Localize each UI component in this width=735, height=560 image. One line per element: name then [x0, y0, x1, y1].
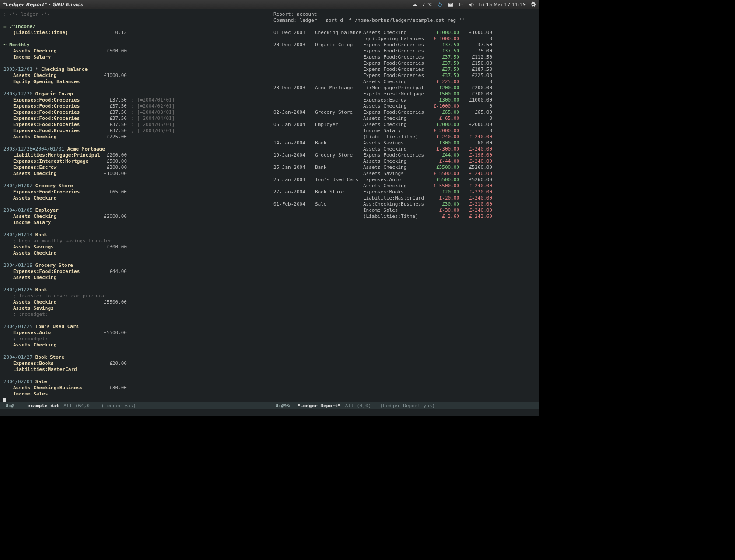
- posting: Income:Sales: [4, 391, 266, 397]
- report-row: 25-Jan-2004BankAssets:Checking£5500.00£5…: [273, 164, 536, 171]
- posting: Expenses:Food:Groceries£37.50; [=2004/06…: [4, 128, 266, 134]
- posting: Assets:Checking£5500.00: [4, 299, 266, 305]
- refresh-icon[interactable]: [437, 1, 443, 7]
- report-row: 02-Jan-2004Grocery StoreExpens:Food:Groc…: [273, 109, 536, 116]
- report-row: (Liabilities:Tithe)£-3.60£-243.60: [273, 214, 536, 220]
- report-row: 01-Dec-2003Checking balanceAssets:Checki…: [273, 30, 536, 36]
- posting: Assets:Checking-£225.00: [4, 134, 266, 140]
- weather-temp: 7 °C: [422, 2, 433, 7]
- posting: Expenses:Escrow£300.00: [4, 164, 266, 171]
- right-modeline: -U:@%%- *Ledger Report* All (4,0) (Ledge…: [270, 402, 539, 410]
- posting: Assets:Checking: [4, 250, 266, 256]
- posting: Expenses:Food:Groceries£37.50; [=2004/01…: [4, 97, 266, 103]
- posting: Assets:Checking£2000.00: [4, 214, 266, 220]
- ledger-report-buffer[interactable]: Report: accountCommand: ledger --sort d …: [270, 9, 539, 402]
- report-row: Assets:Checking£-65.000: [273, 116, 536, 122]
- report-row: Expens:Food:Groceries£37.50£75.00: [273, 48, 536, 54]
- report-row: 14-Jan-2004BankAssets:Savings£300.00£60.…: [273, 140, 536, 146]
- report-row: 20-Dec-2003Organic Co-opExpens:Food:Groc…: [273, 42, 536, 48]
- report-row: Expens:Food:Groceries£37.50£225.00: [273, 73, 536, 79]
- automated-tx: = /^Income/: [4, 24, 35, 29]
- posting: Expenses:Food:Groceries£37.50; [=2004/05…: [4, 122, 266, 128]
- posting: Assets:Checking-£1000.00: [4, 171, 266, 177]
- report-row: Assets:Checking£-1000.000: [273, 103, 536, 109]
- modeline-pos: All (64,0): [63, 403, 92, 409]
- tx-header: 2004/01/19 Grocery Store: [4, 262, 266, 269]
- left-pane: ; -*- ledger -*- = /^Income/(Liabilities…: [0, 9, 270, 416]
- report-row: Income:Salary£-2000.000: [273, 128, 536, 134]
- tx-header: 2004/02/01 Sale: [4, 379, 266, 385]
- clock: Fri 15 Mar 17:11:19: [479, 2, 526, 7]
- report-row: Expenses:Escrow£300.00£1000.00: [273, 97, 536, 103]
- network-icon[interactable]: [458, 1, 464, 7]
- minibuffer[interactable]: [0, 410, 270, 416]
- file-comment: ; -*- ledger -*-: [4, 11, 266, 18]
- right-pane: Report: accountCommand: ledger --sort d …: [270, 9, 539, 416]
- posting: Liabilities:MasterCard: [4, 367, 266, 373]
- modeline-pos: All (4,0): [345, 403, 371, 409]
- report-row: Assets:Checking£-5500.00£-240.00: [273, 183, 536, 189]
- posting: Expenses:Food:Groceries£65.00: [4, 189, 266, 195]
- tx-header: 2003/12/28=2004/01/01 Acme Mortgage: [4, 146, 266, 152]
- modeline-modes: (Ledger Report yas): [380, 403, 435, 409]
- report-row: Assets:Checking£-44.00£-240.00: [273, 158, 536, 164]
- tx-header: 2004/01/02 Grocery Store: [4, 183, 266, 189]
- volume-icon[interactable]: [468, 1, 474, 7]
- report-row: 05-Jan-2004EmployerAssets:Checking£2000.…: [273, 122, 536, 128]
- posting: Liabilities:Mortgage:Principal£200.00: [4, 152, 266, 158]
- tx-header: 2003/12/20 Organic Co-op: [4, 91, 266, 97]
- report-row: 25-Jan-2004Tom's Used CarsExpenses:Auto£…: [273, 177, 536, 183]
- tx-header: 2004/01/14 Bank: [4, 232, 266, 238]
- left-modeline: -U:@--- example.dat All (64,0) (Ledger y…: [0, 402, 270, 410]
- tx-header: 2004/01/25 Tom's Used Cars: [4, 324, 266, 330]
- cursor: [4, 398, 6, 402]
- system-tray: ☁ 7 °C Fri 15 Mar 17:11:19: [412, 1, 536, 7]
- mail-icon[interactable]: [447, 1, 453, 7]
- modeline-modes: (Ledger yas): [101, 403, 136, 409]
- window-title: *Ledger Report* - GNU Emacs: [3, 2, 83, 7]
- posting: Assets:Checking£1000.00: [4, 73, 266, 79]
- report-row: Assets:Checking£-225.000: [273, 79, 536, 85]
- tx-header: 2004/01/25 Bank: [4, 287, 266, 293]
- report-row: 28-Dec-2003Acme MortgageLi:Mortgage:Prin…: [273, 85, 536, 91]
- posting: Assets:Checking: [4, 342, 266, 348]
- report-row: 01-Feb-2004SaleAss:Checking:Business£30.…: [273, 201, 536, 207]
- modeline-flags: -U:@---: [3, 403, 23, 409]
- report-row: (Liabilities:Tithe)£-240.00£-240.00: [273, 134, 536, 140]
- report-name: Report: account: [273, 11, 536, 18]
- posting: Equity:Opening Balances: [4, 79, 266, 85]
- settings-icon[interactable]: [530, 1, 536, 7]
- periodic-tx: ~ Monthly: [4, 42, 30, 48]
- posting: Expenses:Books£20.00: [4, 360, 266, 367]
- posting: Income:Salary: [4, 220, 266, 226]
- modeline-buffer: *Ledger Report*: [297, 403, 340, 409]
- posting: Assets:Checking: [4, 275, 266, 281]
- tx-header: 2004/01/27 Book Store: [4, 354, 266, 360]
- report-row: Income:Sales£-30.00£-240.00: [273, 207, 536, 214]
- weather-icon: ☁: [412, 1, 418, 7]
- report-row: 19-Jan-2004Grocery StoreExpens:Food:Groc…: [273, 152, 536, 158]
- posting: Expenses:Food:Groceries£44.00: [4, 269, 266, 275]
- posting: Expenses:Interest:Mortgage£500.00: [4, 158, 266, 164]
- posting: Assets:Checking: [4, 195, 266, 201]
- posting: Assets:Savings: [4, 305, 266, 312]
- titlebar: *Ledger Report* - GNU Emacs ☁ 7 °C Fri 1…: [0, 0, 539, 9]
- report-row: 27-Jan-2004Book StoreExpenses:Books£20.0…: [273, 189, 536, 195]
- posting: Expenses:Auto£5500.00: [4, 330, 266, 336]
- tx-header: 2003/12/01 * Checking balance: [4, 66, 266, 73]
- report-row: Assets:Checking£-300.00£-240.00: [273, 146, 536, 152]
- ledger-source-buffer[interactable]: ; -*- ledger -*- = /^Income/(Liabilities…: [0, 9, 270, 402]
- report-rule: ========================================…: [273, 24, 536, 30]
- modeline-buffer: example.dat: [27, 403, 59, 409]
- posting: Assets:Checking:Business£30.00: [4, 385, 266, 391]
- report-row: Expens:Food:Groceries£37.50£112.50: [273, 54, 536, 60]
- posting: Expenses:Food:Groceries£37.50; [=2004/02…: [4, 103, 266, 109]
- posting: Expenses:Food:Groceries£37.50; [=2004/03…: [4, 109, 266, 116]
- minibuffer-right: [270, 410, 539, 416]
- report-row: Expens:Food:Groceries£37.50£150.00: [273, 60, 536, 66]
- report-row: Exp:Interest:Mortgage£500.00£700.00: [273, 91, 536, 97]
- report-row: Assets:Savings£-5500.00£-240.00: [273, 171, 536, 177]
- posting: Expenses:Food:Groceries£37.50; [=2004/04…: [4, 116, 266, 122]
- report-row: Expens:Food:Groceries£37.50£187.50: [273, 66, 536, 73]
- posting: Assets:Savings£300.00: [4, 244, 266, 250]
